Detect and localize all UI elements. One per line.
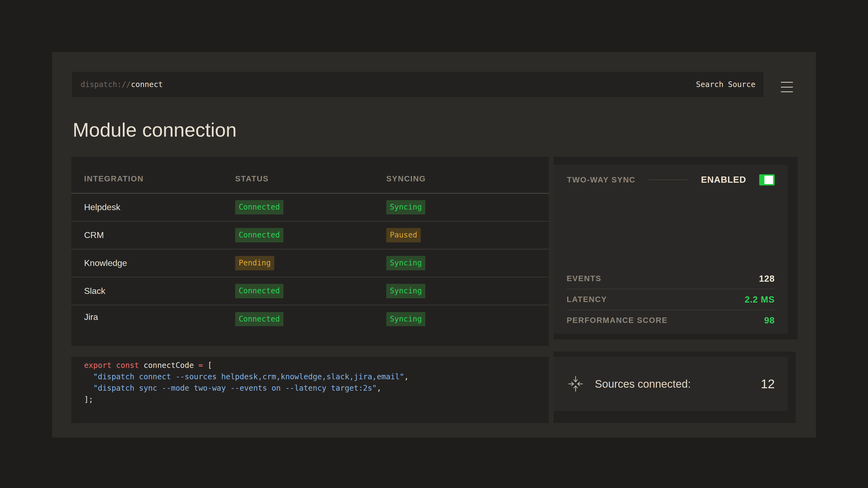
table-row[interactable]: Knowledge Pending Syncing xyxy=(71,250,549,278)
code-operator: = xyxy=(198,361,203,370)
sources-connected-value: 12 xyxy=(761,377,775,391)
code-block: export const connectCode = [ "dispatch c… xyxy=(71,357,549,423)
two-way-sync-toggle[interactable] xyxy=(759,174,775,186)
address-path: connect xyxy=(131,80,163,89)
table-row[interactable]: CRM Connected Paused xyxy=(71,222,549,250)
toggle-knob xyxy=(764,176,773,184)
table-row[interactable]: Helpdesk Connected Syncing xyxy=(71,194,549,222)
integration-name: Knowledge xyxy=(84,258,235,268)
stat-value: 2.2 MS xyxy=(745,294,775,305)
syncing-badge: Syncing xyxy=(386,200,425,214)
stat-value: 98 xyxy=(764,315,775,326)
stat-value: 128 xyxy=(759,273,775,284)
code-bracket: [ xyxy=(203,361,212,370)
menu-icon[interactable] xyxy=(781,82,793,92)
sources-widget-backpanel: Sources connected: 12 xyxy=(554,352,796,423)
integration-name: Jira xyxy=(84,312,235,322)
sync-panel: TWO-WAY SYNC ENABLED EVENTS 128 LATENCY … xyxy=(554,165,788,334)
sync-state-label: ENABLED xyxy=(701,174,746,185)
column-header-status: STATUS xyxy=(235,174,386,183)
stat-label: EVENTS xyxy=(567,274,601,283)
stat-label: LATENCY xyxy=(567,295,607,304)
stat-row-events: EVENTS 128 xyxy=(567,268,775,289)
table-row[interactable]: Slack Connected Syncing xyxy=(71,278,549,305)
column-header-integration: INTEGRATION xyxy=(84,174,235,183)
stat-label: PERFORMANCE SCORE xyxy=(567,316,668,325)
sources-connected-label: Sources connected: xyxy=(595,378,691,390)
code-comma: , xyxy=(377,384,381,393)
table-row[interactable]: Jira Connected Syncing xyxy=(71,305,549,346)
sync-stats: EVENTS 128 LATENCY 2.2 MS PERFORMANCE SC… xyxy=(567,268,775,330)
status-badge: Pending xyxy=(235,256,274,270)
code-keyword: export const xyxy=(84,361,139,370)
code-string: "dispatch connect --sources helpdesk,crm… xyxy=(93,372,404,381)
code-comma: , xyxy=(404,372,409,381)
sync-rule-line xyxy=(648,180,688,180)
code-bracket: ]; xyxy=(84,395,93,404)
status-badge: Connected xyxy=(235,312,283,326)
integration-name: Slack xyxy=(84,286,235,296)
integration-name: Helpdesk xyxy=(84,202,235,212)
integration-name: CRM xyxy=(84,230,235,240)
module-connection-page: dispatch://connect Search Source Module … xyxy=(0,0,868,488)
status-badge: Connected xyxy=(235,200,283,214)
two-way-sync-label: TWO-WAY SYNC xyxy=(567,175,636,184)
syncing-badge: Syncing xyxy=(386,312,425,326)
code-string: "dispatch sync --mode two-way --events o… xyxy=(93,384,377,393)
syncing-badge: Paused xyxy=(386,228,421,242)
code-identifier: connectCode xyxy=(139,361,198,370)
converge-arrows-icon xyxy=(567,376,584,392)
two-way-sync-row: TWO-WAY SYNC ENABLED xyxy=(554,165,788,195)
syncing-badge: Syncing xyxy=(386,256,425,270)
address-bar[interactable]: dispatch://connect Search Source xyxy=(72,72,764,97)
integrations-table: INTEGRATION STATUS SYNCING Helpdesk Conn… xyxy=(71,157,549,346)
code-indent xyxy=(84,384,93,393)
page-title: Module connection xyxy=(73,119,237,141)
sources-panel: Sources connected: 12 xyxy=(554,357,788,411)
status-badge: Connected xyxy=(235,228,283,242)
stat-row-latency: LATENCY 2.2 MS xyxy=(567,289,775,310)
sync-widget-backpanel: TWO-WAY SYNC ENABLED EVENTS 128 LATENCY … xyxy=(554,157,798,339)
table-header-row: INTEGRATION STATUS SYNCING xyxy=(71,157,549,194)
status-badge: Connected xyxy=(235,284,283,298)
column-header-syncing: SYNCING xyxy=(386,174,536,183)
search-source-button[interactable]: Search Source xyxy=(696,80,755,89)
stat-row-performance-score: PERFORMANCE SCORE 98 xyxy=(567,310,775,330)
main-card: dispatch://connect Search Source Module … xyxy=(52,52,816,437)
syncing-badge: Syncing xyxy=(386,284,425,298)
code-indent xyxy=(84,372,93,381)
address-protocol: dispatch:// xyxy=(81,80,131,89)
